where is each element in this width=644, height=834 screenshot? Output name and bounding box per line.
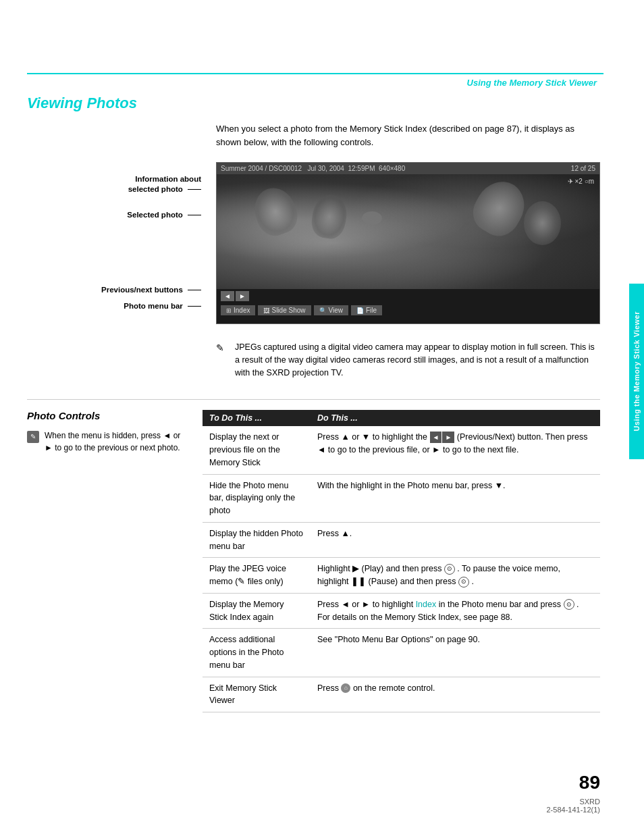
note-text: JPEGs captured using a digital video cam… [235,341,600,379]
sidebar-note-text: When the menu is hidden, press ◄ or ► to… [45,429,189,454]
label-menubar: Photo menu bar [124,302,201,310]
photo-controls-title: Photo Controls [27,410,189,421]
row2-dothis: With the highlight in the Photo menu bar… [311,474,600,522]
sidebar-note-icon: ✎ [27,429,39,454]
viewer-topbar: Summer 2004 / DSC00012 Jul 30, 2004 12:5… [217,163,599,174]
zoom-indicator: ✈ ×2 ○m [568,178,594,185]
row4-dothis: Highlight ▶ (Play) and then press ⊙ . To… [311,558,600,594]
section-photo-controls: Photo Controls ✎ When the menu is hidden… [27,410,600,712]
row5-todo: Display the Memory Stick Index again [203,593,311,629]
flower-circle [524,201,561,245]
circle-btn-index: ⊙ [564,599,574,610]
row2-todo: Hide the Photo menu bar, displaying only… [203,474,311,522]
main-content: Viewing Photos When you select a photo f… [27,95,600,712]
right-chapter-tab: Using the Memory Stick Viewer [629,284,644,459]
next-button[interactable]: ► [236,291,249,301]
page-number: 89 [579,772,600,793]
note-box: ✎ JPEGs captured using a digital video c… [216,341,600,379]
label-info: Information about selected photo [128,174,201,194]
label-selected: Selected photo [127,211,201,219]
diagram-labels: Information about selected photo Selecte… [27,162,216,324]
menu-index[interactable]: ⊞ Index [221,305,255,315]
section-divider [27,399,600,400]
prev-button[interactable]: ◄ [221,291,234,301]
table-header-row: To Do This ... Do This ... [203,410,600,426]
row3-dothis: Press ▲. [311,522,600,558]
circle-btn-play: ⊙ [444,564,455,575]
flower-background: ✈ ×2 ○m [217,174,599,289]
controls-table: To Do This ... Do This ... Display the n… [203,410,600,712]
diagram-area: Information about selected photo Selecte… [27,162,600,324]
row5-dothis: Press ◄ or ► to highlight Index in the P… [311,593,600,629]
table-row: Display the hidden Photo menu bar Press … [203,522,600,558]
table-row: Play the JPEG voice memo (✎ files only) … [203,558,600,594]
menu-file[interactable]: 📄 File [351,305,382,315]
row7-todo: Exit Memory Stick Viewer [203,677,311,712]
nav-inline-buttons: ◄► [430,432,455,443]
prev-nav: ◄ [430,432,442,443]
note-icon: ✎ [216,341,228,379]
menu-slideshow[interactable]: 🖼 Slide Show [258,305,311,315]
product-name: SXRD [547,798,601,806]
bottom-info: SXRD 2-584-141-12(1) [547,798,601,814]
row4-todo: Play the JPEG voice memo (✎ files only) [203,558,311,594]
table-row: Display the next or previous file on the… [203,426,600,474]
next-nav: ► [442,432,454,443]
viewer-nav-controls: ◄ ► [217,289,599,303]
intro-text: When you select a photo from the Memory … [216,122,600,149]
table-row: Hide the Photo menu bar, displaying only… [203,474,600,522]
section-viewing-photos: Viewing Photos When you select a photo f… [27,95,600,379]
row1-dothis: Press ▲ or ▼ to highlight the ◄► (Previo… [311,426,600,474]
right-tab-label: Using the Memory Stick Viewer [633,311,641,432]
viewer-image: ✈ ×2 ○m [217,174,599,289]
index-highlight: Index [416,600,437,609]
row3-todo: Display the hidden Photo menu bar [203,522,311,558]
table-row: Exit Memory Stick Viewer Press ⌂ on the … [203,677,600,712]
chapter-title: Using the Memory Stick Viewer [467,78,597,88]
viewer-info: Summer 2004 / DSC00012 Jul 30, 2004 12:5… [221,165,405,172]
col-header-todo: To Do This ... [203,410,311,426]
top-divider [27,73,603,74]
viewer-count: 12 of 25 [571,165,595,172]
home-icon: ⌂ [341,683,350,693]
label-prev-next: Previous/next buttons [101,286,201,294]
prev-next-buttons: ◄ ► [221,291,249,301]
viewer-menubar: ⊞ Index 🖼 Slide Show 🔍 View 📄 File [217,303,599,317]
col-header-dothis: Do This ... [311,410,600,426]
sidebar-note: Photo Controls ✎ When the menu is hidden… [27,410,189,712]
sidebar-note-box: ✎ When the menu is hidden, press ◄ or ► … [27,429,189,454]
circle-btn-pause: ⊙ [458,577,469,588]
row1-todo: Display the next or previous file on the… [203,426,311,474]
photo-viewer: Summer 2004 / DSC00012 Jul 30, 2004 12:5… [216,162,600,324]
table-row: Access additional options in the Photo m… [203,629,600,677]
menu-view[interactable]: 🔍 View [314,305,349,315]
chapter-header: Using the Memory Stick Viewer [467,78,597,88]
table-row: Display the Memory Stick Index again Pre… [203,593,600,629]
row7-dothis: Press ⌂ on the remote control. [311,677,600,712]
model-number: 2-584-141-12(1) [547,806,601,814]
row6-todo: Access additional options in the Photo m… [203,629,311,677]
row6-dothis: See "Photo Menu Bar Options" on page 90. [311,629,600,677]
section-title: Viewing Photos [27,95,600,112]
